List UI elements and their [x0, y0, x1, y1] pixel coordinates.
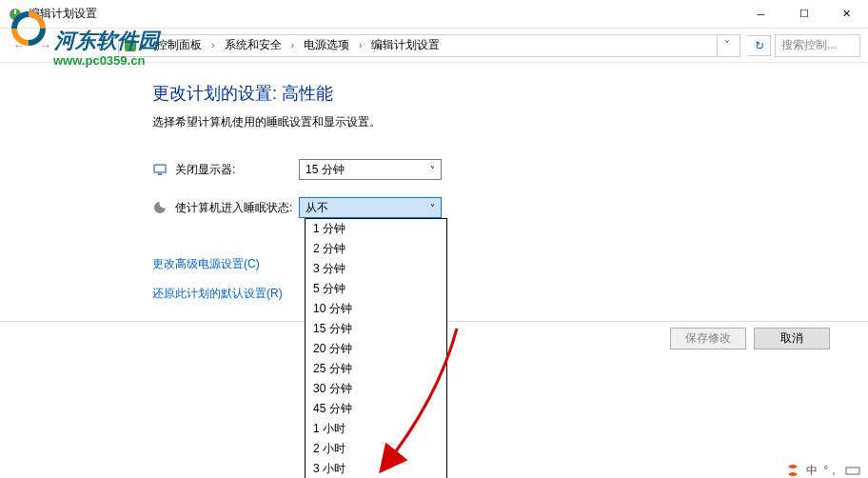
chevron-right-icon[interactable]: ›: [207, 40, 218, 50]
save-button: 保存修改: [670, 328, 746, 349]
moon-icon: [152, 200, 168, 215]
sleep-select[interactable]: 从不 ˅: [299, 197, 442, 218]
svg-rect-4: [158, 173, 162, 175]
dropdown-option[interactable]: 2 小时: [306, 439, 446, 459]
breadcrumb[interactable]: › 控制面板 › 系统和安全 › 电源选项 › 编辑计划设置 ˅: [118, 34, 740, 57]
chevron-right-icon[interactable]: ›: [287, 40, 298, 50]
svg-rect-3: [154, 165, 166, 172]
navigation-bar: ← → ˅ ↑ › 控制面板 › 系统和安全 › 电源选项 › 编辑计划设置 ˅…: [0, 29, 868, 63]
minimize-button[interactable]: ─: [740, 0, 782, 28]
page-subtitle: 选择希望计算机使用的睡眠设置和显示设置。: [152, 114, 868, 130]
breadcrumb-dropdown-button[interactable]: ˅: [717, 35, 736, 56]
dropdown-option[interactable]: 3 分钟: [306, 259, 446, 279]
svg-rect-2: [125, 40, 136, 51]
monitor-icon: [152, 162, 168, 177]
display-off-label: 关闭显示器:: [175, 162, 299, 178]
chevron-down-icon: ˅: [430, 165, 435, 175]
window-title: 编辑计划设置: [29, 6, 740, 22]
page-title: 更改计划的设置: 高性能: [152, 82, 868, 105]
dropdown-option[interactable]: 10 分钟: [306, 299, 446, 319]
refresh-button[interactable]: ↻: [748, 35, 771, 56]
dropdown-option[interactable]: 3 小时: [306, 459, 446, 478]
dropdown-option[interactable]: 5 分钟: [306, 279, 446, 299]
breadcrumb-item[interactable]: 系统和安全: [221, 35, 286, 55]
display-off-row: 关闭显示器: 15 分钟 ˅: [152, 159, 868, 180]
dropdown-option[interactable]: 25 分钟: [306, 359, 446, 379]
close-button[interactable]: ✕: [825, 0, 868, 28]
chevron-right-icon[interactable]: ›: [355, 40, 365, 50]
sleep-dropdown-list[interactable]: 1 分钟2 分钟3 分钟5 分钟10 分钟15 分钟20 分钟25 分钟30 分…: [305, 218, 447, 478]
window-titlebar: 编辑计划设置 ─ ☐ ✕: [0, 0, 868, 29]
control-panel-icon: [123, 38, 138, 53]
sleep-label: 使计算机进入睡眠状态:: [175, 200, 299, 216]
dropdown-option[interactable]: 15 分钟: [306, 319, 446, 339]
dropdown-option[interactable]: 2 分钟: [306, 239, 446, 259]
dropdown-option[interactable]: 20 分钟: [306, 339, 446, 359]
nav-up-button[interactable]: ↑: [88, 34, 110, 57]
chevron-right-icon[interactable]: ›: [140, 40, 150, 50]
advanced-settings-link[interactable]: 更改高级电源设置(C): [152, 256, 868, 272]
sleep-row: 使计算机进入睡眠状态: 从不 ˅: [152, 197, 868, 218]
keyboard-icon[interactable]: [845, 463, 860, 478]
breadcrumb-item[interactable]: 电源选项: [300, 35, 353, 55]
sogou-icon[interactable]: [785, 463, 800, 478]
restore-defaults-link[interactable]: 还原此计划的默认设置(R): [152, 286, 868, 302]
nav-recent-button[interactable]: ˅: [61, 34, 84, 57]
footer-buttons: 保存修改 取消: [670, 328, 830, 349]
breadcrumb-item[interactable]: 控制面板: [152, 35, 206, 55]
ime-indicator[interactable]: 中: [806, 463, 818, 479]
links-section: 更改高级电源设置(C) 还原此计划的默认设置(R): [152, 256, 868, 302]
dropdown-option[interactable]: 1 分钟: [306, 219, 446, 239]
maximize-button[interactable]: ☐: [782, 0, 825, 28]
nav-forward-button: →: [34, 34, 57, 57]
dropdown-option[interactable]: 45 分钟: [306, 399, 446, 419]
svg-rect-1: [14, 10, 16, 14]
svg-rect-5: [846, 468, 859, 474]
dropdown-option[interactable]: 1 小时: [306, 419, 446, 439]
chevron-down-icon: ˅: [430, 203, 435, 213]
power-plan-icon: [8, 7, 23, 22]
dropdown-option[interactable]: 30 分钟: [306, 379, 446, 399]
search-input[interactable]: 搜索控制...: [775, 34, 860, 57]
nav-back-button[interactable]: ←: [8, 34, 30, 57]
display-off-select[interactable]: 15 分钟 ˅: [299, 159, 442, 180]
ime-punct-icon[interactable]: °，: [823, 463, 839, 479]
sleep-value: 从不: [306, 200, 328, 216]
cancel-button[interactable]: 取消: [754, 328, 830, 349]
taskbar-tray: 中 °，: [785, 463, 868, 478]
breadcrumb-item[interactable]: 编辑计划设置: [367, 35, 444, 55]
display-off-value: 15 分钟: [306, 162, 345, 178]
